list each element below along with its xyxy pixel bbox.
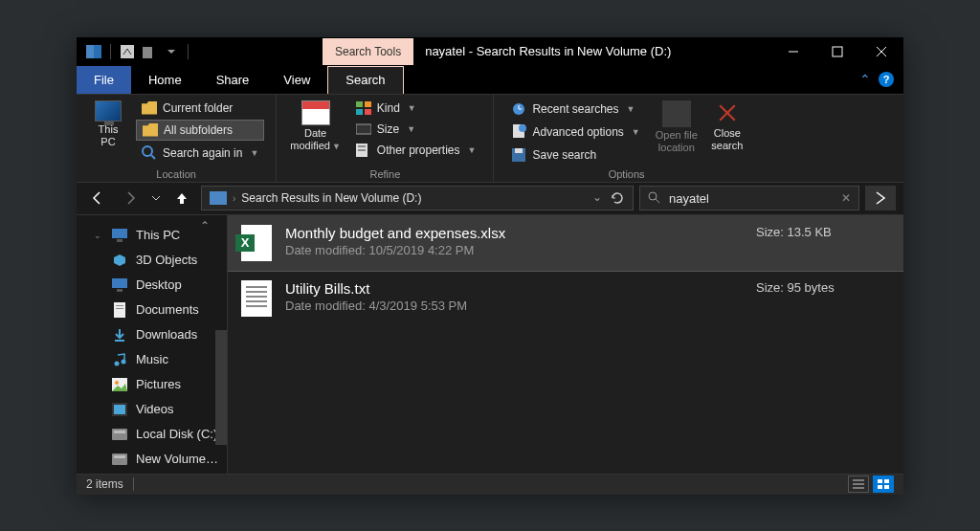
svg-rect-38 <box>114 405 125 414</box>
svg-point-33 <box>115 361 120 365</box>
search-input[interactable] <box>669 191 834 206</box>
back-button[interactable] <box>84 185 111 211</box>
svg-rect-11 <box>365 101 371 107</box>
status-bar: 2 items <box>77 474 903 495</box>
clear-search-icon[interactable]: ✕ <box>841 191 851 205</box>
result-row[interactable]: Monthly budget and expenses.xlsx Date mo… <box>228 215 903 271</box>
forward-button[interactable] <box>117 185 144 211</box>
navigation-pane: ⌃ ⌄This PC 3D Objects Desktop Documents … <box>77 215 228 474</box>
search-icon <box>142 145 157 161</box>
view-details-button[interactable] <box>848 476 869 493</box>
advanced-options-button[interactable]: Advanced options▼ <box>505 122 645 143</box>
file-modified: Date modified: 10/5/2019 4:22 PM <box>285 243 743 257</box>
nav-scrollbar[interactable] <box>215 330 227 445</box>
this-pc-button[interactable]: This PC <box>84 99 132 150</box>
date-modified-button[interactable]: Date modified▼ <box>284 99 346 155</box>
chevron-down-icon[interactable]: ⌄ <box>94 231 103 240</box>
svg-rect-12 <box>356 109 363 115</box>
all-subfolders-button[interactable]: All subfolders <box>136 120 264 141</box>
disk-icon <box>111 452 128 467</box>
result-row[interactable]: Utility Bills.txt Date modified: 4/3/201… <box>228 271 903 326</box>
svg-rect-0 <box>86 45 94 58</box>
monitor-icon <box>111 228 128 243</box>
tab-home[interactable]: Home <box>131 66 199 94</box>
svg-rect-17 <box>358 149 366 151</box>
nav-collapse-icon[interactable]: ⌃ <box>200 219 210 232</box>
collapse-ribbon-icon[interactable]: ⌃ <box>859 72 871 87</box>
svg-rect-47 <box>884 479 889 483</box>
view-large-icons-button[interactable] <box>873 476 894 493</box>
nav-desktop[interactable]: Desktop <box>77 273 227 298</box>
ribbon-tabs: File Home Share View Search ⌃ ? <box>77 66 903 95</box>
tab-file[interactable]: File <box>77 66 131 94</box>
search-go-button[interactable] <box>865 186 896 210</box>
svg-rect-29 <box>114 302 125 318</box>
svg-rect-28 <box>117 289 122 292</box>
svg-rect-2 <box>121 45 134 58</box>
nav-music[interactable]: Music <box>77 347 227 372</box>
svg-rect-41 <box>112 454 127 465</box>
search-box[interactable]: ✕ <box>639 186 859 210</box>
nav-3d-objects[interactable]: 3D Objects <box>77 248 227 273</box>
svg-line-24 <box>656 199 659 203</box>
download-icon <box>111 327 128 343</box>
svg-rect-31 <box>116 308 123 309</box>
recent-searches-button[interactable]: Recent searches▼ <box>505 99 645 120</box>
maximize-button[interactable] <box>815 37 859 66</box>
address-path: Search Results in New Volume (D:) <box>241 191 421 205</box>
close-search-button[interactable]: Close search <box>703 99 751 154</box>
recent-locations-button[interactable] <box>149 185 163 211</box>
size-icon <box>356 122 371 136</box>
nav-downloads[interactable]: Downloads <box>77 322 227 347</box>
qat-dropdown-icon[interactable] <box>164 44 179 59</box>
svg-rect-49 <box>884 485 889 489</box>
chevron-right-icon[interactable]: › <box>233 193 235 204</box>
address-dropdown-icon[interactable]: ⌄ <box>592 190 602 206</box>
close-button[interactable] <box>859 37 903 66</box>
nav-videos[interactable]: Videos <box>77 397 227 422</box>
nav-local-disk-c[interactable]: Local Disk (C:) <box>77 422 227 447</box>
search-again-in-button[interactable]: Search again in▼ <box>136 143 264 164</box>
help-icon[interactable]: ? <box>879 72 894 87</box>
svg-rect-46 <box>878 479 882 483</box>
svg-rect-40 <box>114 431 125 433</box>
kind-button[interactable]: Kind▼ <box>350 99 482 118</box>
nav-documents[interactable]: Documents <box>77 298 227 322</box>
svg-rect-22 <box>515 148 523 153</box>
new-folder-icon[interactable] <box>142 44 157 59</box>
properties-icon[interactable] <box>120 44 135 59</box>
open-file-location-button[interactable]: Open file location <box>650 99 703 156</box>
size-button[interactable]: Size▼ <box>350 120 482 139</box>
svg-rect-30 <box>116 305 123 306</box>
context-tab-search-tools[interactable]: Search Tools <box>323 38 413 65</box>
refresh-icon[interactable] <box>610 190 625 206</box>
desktop-icon <box>111 277 128 293</box>
ribbon-group-refine: Date modified▼ Kind▼ Size▼ Other propert… <box>277 95 494 182</box>
nav-pictures[interactable]: Pictures <box>77 372 227 397</box>
minimize-button[interactable] <box>771 37 815 66</box>
svg-rect-1 <box>94 45 101 58</box>
file-name: Utility Bills.txt <box>285 280 743 297</box>
tab-view[interactable]: View <box>266 66 327 94</box>
videos-icon <box>111 402 128 417</box>
up-button[interactable] <box>168 185 195 211</box>
close-icon <box>715 100 740 125</box>
save-search-button[interactable]: Save search <box>505 144 645 166</box>
tab-share[interactable]: Share <box>199 66 267 94</box>
svg-rect-27 <box>112 278 127 288</box>
app-icon <box>86 44 101 59</box>
current-folder-button[interactable]: Current folder <box>136 99 264 118</box>
advanced-icon <box>511 124 526 140</box>
svg-point-20 <box>519 124 526 132</box>
nav-new-volume-d[interactable]: New Volume (D:) <box>77 447 227 472</box>
svg-rect-14 <box>356 124 371 134</box>
file-name: Monthly budget and expenses.xlsx <box>285 225 743 241</box>
other-properties-button[interactable]: Other properties▼ <box>350 141 482 160</box>
drive-icon <box>210 191 227 205</box>
folder-icon <box>143 123 158 137</box>
tab-search[interactable]: Search <box>327 66 403 94</box>
search-icon <box>648 191 661 205</box>
svg-rect-10 <box>356 101 363 107</box>
calendar-icon <box>301 100 330 125</box>
address-bar[interactable]: › Search Results in New Volume (D:) ⌄ <box>201 186 634 210</box>
